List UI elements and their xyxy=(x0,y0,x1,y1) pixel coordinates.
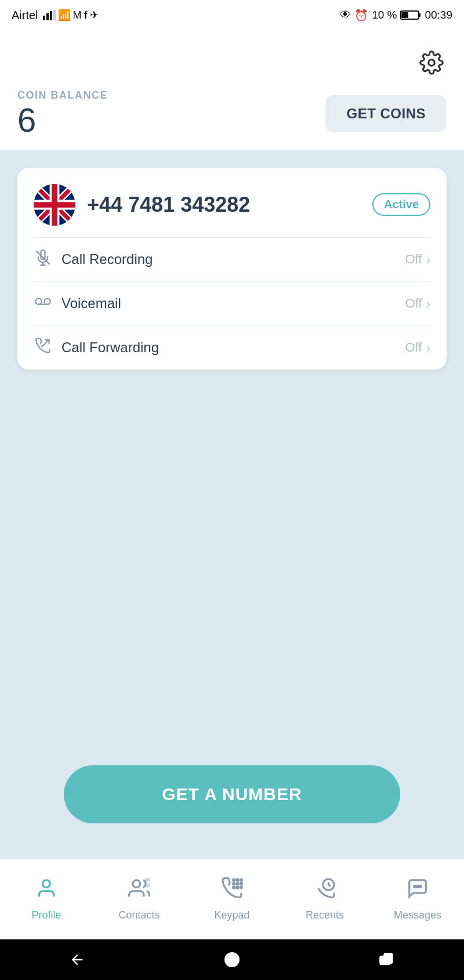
uk-flag xyxy=(34,184,75,226)
mail-icon: M xyxy=(73,9,82,21)
profile-label: Profile xyxy=(31,909,61,921)
svg-point-22 xyxy=(44,298,50,305)
keypad-icon xyxy=(221,877,243,905)
chevron-icon-voicemail: › xyxy=(426,297,430,310)
battery-icon xyxy=(400,10,421,20)
svg-point-36 xyxy=(233,886,235,888)
android-nav-bar xyxy=(0,939,464,980)
coin-balance-left: COIN BALANCE 6 xyxy=(17,89,108,139)
call-forwarding-item[interactable]: Call Forwarding Off › xyxy=(34,326,430,370)
svg-rect-5 xyxy=(419,13,420,17)
voicemail-icon xyxy=(34,294,52,314)
call-forwarding-left: Call Forwarding xyxy=(34,338,159,358)
settings-list: Call Recording Off › xyxy=(34,237,430,370)
call-recording-icon xyxy=(34,249,52,270)
voicemail-left: Voicemail xyxy=(34,294,121,314)
voicemail-value: Off › xyxy=(405,296,430,311)
get-number-container: GET A NUMBER xyxy=(17,754,447,841)
call-recording-label: Call Recording xyxy=(61,251,153,267)
get-coins-button[interactable]: GET COINS xyxy=(325,95,447,132)
svg-point-40 xyxy=(414,885,416,887)
svg-point-41 xyxy=(416,885,418,887)
home-button[interactable] xyxy=(220,948,244,971)
nav-recents[interactable]: Recents xyxy=(278,877,371,921)
settings-row xyxy=(17,42,447,89)
nav-keypad[interactable]: Keypad xyxy=(186,877,278,921)
chevron-icon: › xyxy=(426,253,430,266)
status-right: 👁 ⏰ 10 % 00:39 xyxy=(340,9,452,22)
wifi-icon: 📶 xyxy=(58,9,71,21)
svg-point-7 xyxy=(429,60,435,66)
back-button[interactable] xyxy=(66,948,89,971)
recents-button[interactable] xyxy=(375,948,398,971)
gear-icon xyxy=(419,50,444,75)
svg-point-33 xyxy=(233,883,235,884)
spacer xyxy=(17,370,447,754)
svg-rect-0 xyxy=(43,16,45,20)
svg-point-43 xyxy=(225,953,239,967)
alarm-icon: ⏰ xyxy=(354,9,368,22)
call-forwarding-value: Off › xyxy=(405,340,430,355)
nav-contacts[interactable]: Contacts xyxy=(93,877,186,921)
voicemail-label: Voicemail xyxy=(61,295,121,312)
get-number-button[interactable]: GET A NUMBER xyxy=(64,765,400,823)
svg-line-24 xyxy=(42,339,49,347)
contacts-icon xyxy=(128,877,150,905)
messages-label: Messages xyxy=(394,909,441,921)
call-forwarding-icon xyxy=(34,338,52,358)
call-recording-left: Call Recording xyxy=(34,249,153,270)
svg-point-30 xyxy=(233,879,235,881)
svg-point-25 xyxy=(43,880,50,887)
status-bar: Airtel 📶 M f ✈ 👁 ⏰ 10 % 00:39 xyxy=(0,0,464,30)
number-card-wrapper: +44 7481 343282 Active xyxy=(0,150,464,858)
battery-percent: 10 % xyxy=(372,9,397,21)
svg-rect-1 xyxy=(46,13,49,20)
profile-icon xyxy=(35,877,57,905)
call-forwarding-label: Call Forwarding xyxy=(61,339,159,356)
svg-rect-2 xyxy=(50,11,52,20)
call-recording-value: Off › xyxy=(405,252,430,267)
recents-label: Recents xyxy=(306,909,344,921)
active-badge: Active xyxy=(372,193,430,216)
recents-icon xyxy=(314,877,336,905)
eye-icon: 👁 xyxy=(340,9,351,21)
number-card: +44 7481 343282 Active xyxy=(17,168,447,370)
svg-point-38 xyxy=(240,886,242,888)
coin-balance-section: COIN BALANCE 6 GET COINS xyxy=(17,89,447,139)
number-card-header: +44 7481 343282 Active xyxy=(34,184,430,226)
main-content: COIN BALANCE 6 GET COINS xyxy=(0,30,464,858)
bottom-nav: Profile Contacts xyxy=(0,858,464,939)
svg-point-26 xyxy=(133,880,140,887)
contacts-label: Contacts xyxy=(118,909,160,921)
carrier-info: Airtel 📶 M f ✈ xyxy=(12,9,99,22)
messages-icon xyxy=(407,877,429,905)
number-left: +44 7481 343282 xyxy=(34,184,250,226)
time: 00:39 xyxy=(425,9,452,21)
svg-rect-6 xyxy=(401,12,408,18)
telegram-icon: ✈ xyxy=(90,9,99,21)
settings-button[interactable] xyxy=(416,48,447,78)
svg-point-42 xyxy=(419,885,421,887)
chevron-icon-forwarding: › xyxy=(426,341,430,355)
svg-point-34 xyxy=(237,883,238,884)
coin-balance-value: 6 xyxy=(17,102,108,139)
svg-point-35 xyxy=(240,883,242,884)
nav-messages[interactable]: Messages xyxy=(371,877,464,921)
phone-number: +44 7481 343282 xyxy=(87,193,250,217)
call-recording-item[interactable]: Call Recording Off › xyxy=(34,238,430,282)
svg-rect-3 xyxy=(53,10,56,20)
svg-point-21 xyxy=(35,298,41,305)
carrier-name: Airtel xyxy=(12,9,38,22)
signal-icon xyxy=(43,10,56,20)
keypad-label: Keypad xyxy=(214,909,249,921)
svg-point-32 xyxy=(240,879,242,881)
nav-profile[interactable]: Profile xyxy=(0,877,93,921)
svg-point-31 xyxy=(237,879,238,881)
status-icons: 📶 M f ✈ xyxy=(43,9,99,21)
voicemail-item[interactable]: Voicemail Off › xyxy=(34,282,430,326)
coin-balance-label: COIN BALANCE xyxy=(17,89,108,102)
svg-point-37 xyxy=(237,886,238,888)
facebook-icon: f xyxy=(84,9,88,21)
